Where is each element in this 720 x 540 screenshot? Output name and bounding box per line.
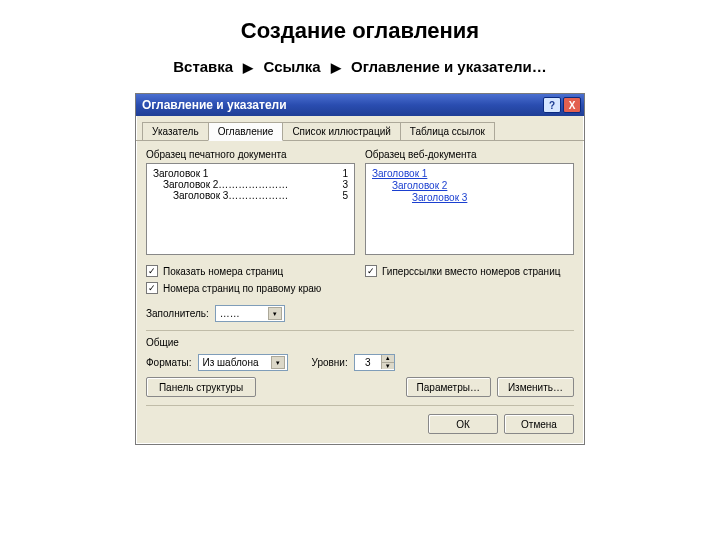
toc-web-line: Заголовок 3 — [392, 192, 567, 203]
params-button[interactable]: Параметры… — [406, 377, 491, 397]
print-preview-label: Образец печатного документа — [146, 149, 355, 160]
formats-combo[interactable]: Из шаблона ▾ — [198, 354, 288, 371]
tab-index[interactable]: Указатель — [142, 122, 209, 140]
breadcrumb-item-1: Ссылка — [264, 58, 321, 75]
web-preview: Заголовок 1 Заголовок 2 Заголовок 3 — [365, 163, 574, 255]
toc-print-page: 1 — [342, 168, 348, 179]
chevron-right-icon: ▶ — [243, 60, 253, 75]
dialog-title: Оглавление и указатели — [142, 98, 287, 112]
toc-print-line: Заголовок 1 — [153, 168, 208, 179]
close-button[interactable]: X — [563, 97, 581, 113]
show-page-numbers-checkbox[interactable]: ✓ — [146, 265, 158, 277]
general-group-label: Общие — [146, 337, 574, 348]
chevron-down-icon: ▾ — [271, 356, 285, 369]
levels-label: Уровни: — [312, 357, 348, 368]
print-preview: Заголовок 1 1 Заголовок 2………………… 3 Загол… — [146, 163, 355, 255]
formats-value: Из шаблона — [203, 357, 271, 368]
formats-label: Форматы: — [146, 357, 192, 368]
tab-toc[interactable]: Оглавление — [208, 122, 284, 141]
toc-print-line: Заголовок 2………………… — [163, 179, 288, 190]
right-align-label: Номера страниц по правому краю — [163, 283, 321, 294]
toc-print-line: Заголовок 3……………… — [173, 190, 288, 201]
modify-button[interactable]: Изменить… — [497, 377, 574, 397]
dialog-window: Оглавление и указатели ? X Указатель Огл… — [135, 93, 585, 445]
breadcrumb: Вставка ▶ Ссылка ▶ Оглавление и указател… — [0, 58, 720, 75]
ok-button[interactable]: ОК — [428, 414, 498, 434]
chevron-right-icon: ▶ — [331, 60, 341, 75]
right-align-checkbox[interactable]: ✓ — [146, 282, 158, 294]
tab-strip: Указатель Оглавление Список иллюстраций … — [136, 116, 584, 141]
show-page-numbers-label: Показать номера страниц — [163, 266, 283, 277]
help-button[interactable]: ? — [543, 97, 561, 113]
breadcrumb-item-2: Оглавление и указатели… — [351, 58, 547, 75]
tab-illustrations[interactable]: Список иллюстраций — [282, 122, 400, 140]
levels-spinner[interactable]: 3 ▲ ▼ — [354, 354, 395, 371]
levels-value: 3 — [355, 355, 381, 370]
web-preview-label: Образец веб-документа — [365, 149, 574, 160]
spinner-up-icon[interactable]: ▲ — [381, 355, 394, 362]
chevron-down-icon: ▾ — [268, 307, 282, 320]
breadcrumb-item-0: Вставка — [173, 58, 233, 75]
toc-print-page: 5 — [342, 190, 348, 201]
spinner-down-icon[interactable]: ▼ — [381, 362, 394, 369]
toc-panel-button[interactable]: Панель структуры — [146, 377, 256, 397]
page-title: Создание оглавления — [0, 18, 720, 44]
filler-combo[interactable]: …… ▾ — [215, 305, 285, 322]
hyperlinks-checkbox[interactable]: ✓ — [365, 265, 377, 277]
toc-web-line: Заголовок 2 — [382, 180, 567, 191]
toc-print-page: 3 — [342, 179, 348, 190]
hyperlinks-label: Гиперссылки вместо номеров страниц — [382, 266, 560, 277]
toc-web-line: Заголовок 1 — [372, 168, 567, 179]
cancel-button[interactable]: Отмена — [504, 414, 574, 434]
title-bar: Оглавление и указатели ? X — [136, 94, 584, 116]
tab-references[interactable]: Таблица ссылок — [400, 122, 495, 140]
filler-value: …… — [220, 308, 268, 319]
filler-label: Заполнитель: — [146, 308, 209, 319]
